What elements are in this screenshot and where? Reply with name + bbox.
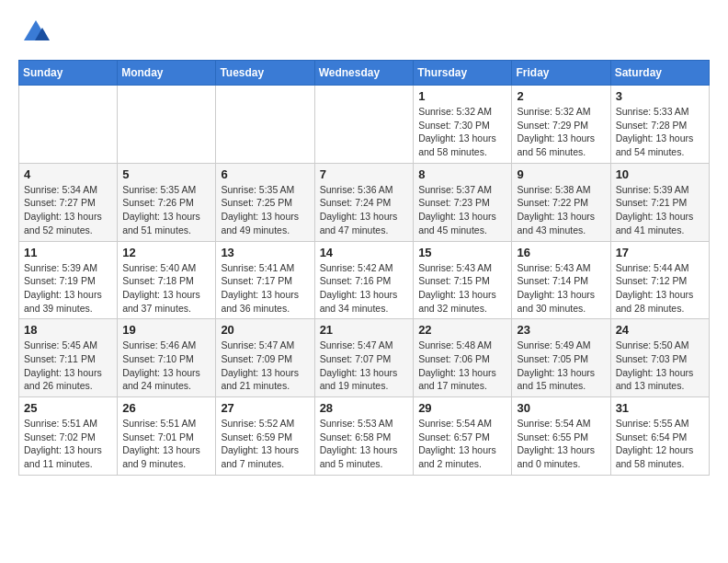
calendar-cell: 13Sunrise: 5:41 AMSunset: 7:17 PMDayligh…	[216, 241, 314, 319]
day-number: 6	[221, 167, 309, 181]
calendar-cell: 28Sunrise: 5:53 AMSunset: 6:58 PMDayligh…	[314, 397, 414, 476]
calendar-cell	[216, 86, 314, 164]
weekday-header-wednesday: Wednesday	[314, 61, 414, 86]
day-number: 12	[122, 246, 210, 259]
day-number: 18	[24, 323, 112, 337]
day-info: Sunrise: 5:53 AMSunset: 6:58 PMDaylight:…	[320, 417, 409, 471]
day-number: 15	[418, 246, 506, 259]
calendar-cell	[314, 86, 414, 164]
day-info: Sunrise: 5:39 AMSunset: 7:21 PMDaylight:…	[616, 183, 704, 237]
calendar-cell: 26Sunrise: 5:51 AMSunset: 7:01 PMDayligh…	[118, 397, 216, 476]
calendar-header: SundayMondayTuesdayWednesdayThursdayFrid…	[19, 61, 710, 86]
calendar-cell: 16Sunrise: 5:43 AMSunset: 7:14 PMDayligh…	[512, 241, 610, 319]
day-info: Sunrise: 5:47 AMSunset: 7:09 PMDaylight:…	[221, 339, 309, 393]
day-info: Sunrise: 5:32 AMSunset: 7:30 PMDaylight:…	[418, 105, 506, 159]
day-number: 17	[616, 246, 704, 259]
calendar-cell: 30Sunrise: 5:54 AMSunset: 6:55 PMDayligh…	[512, 397, 610, 476]
day-number: 13	[221, 246, 309, 259]
day-number: 11	[24, 246, 112, 259]
day-number: 2	[517, 89, 605, 103]
logo-icon	[22, 18, 50, 46]
calendar-cell: 29Sunrise: 5:54 AMSunset: 6:57 PMDayligh…	[414, 397, 512, 476]
day-info: Sunrise: 5:41 AMSunset: 7:17 PMDaylight:…	[221, 261, 309, 316]
calendar-cell: 1Sunrise: 5:32 AMSunset: 7:30 PMDaylight…	[414, 86, 512, 164]
day-number: 24	[616, 323, 704, 337]
weekday-header-sunday: Sunday	[19, 61, 118, 86]
calendar-cell: 22Sunrise: 5:48 AMSunset: 7:06 PMDayligh…	[414, 319, 512, 397]
calendar-body: 1Sunrise: 5:32 AMSunset: 7:30 PMDaylight…	[19, 86, 710, 476]
day-info: Sunrise: 5:51 AMSunset: 7:01 PMDaylight:…	[122, 417, 210, 471]
day-number: 20	[221, 323, 309, 337]
day-info: Sunrise: 5:37 AMSunset: 7:23 PMDaylight:…	[418, 183, 506, 237]
calendar-cell: 27Sunrise: 5:52 AMSunset: 6:59 PMDayligh…	[216, 397, 314, 476]
day-number: 29	[418, 401, 506, 415]
calendar-cell: 15Sunrise: 5:43 AMSunset: 7:15 PMDayligh…	[414, 241, 512, 319]
day-info: Sunrise: 5:52 AMSunset: 6:59 PMDaylight:…	[221, 417, 309, 471]
weekday-header-saturday: Saturday	[610, 61, 709, 86]
day-info: Sunrise: 5:36 AMSunset: 7:24 PMDaylight:…	[320, 183, 409, 237]
day-number: 31	[616, 401, 704, 415]
day-number: 19	[122, 323, 210, 337]
calendar-table: SundayMondayTuesdayWednesdayThursdayFrid…	[18, 60, 710, 476]
calendar-cell	[118, 86, 216, 164]
day-info: Sunrise: 5:42 AMSunset: 7:16 PMDaylight:…	[320, 261, 409, 316]
day-info: Sunrise: 5:49 AMSunset: 7:05 PMDaylight:…	[517, 339, 605, 393]
day-number: 5	[122, 167, 210, 181]
day-info: Sunrise: 5:32 AMSunset: 7:29 PMDaylight:…	[517, 105, 605, 159]
day-number: 3	[616, 89, 704, 103]
day-number: 7	[320, 167, 409, 181]
calendar-cell: 7Sunrise: 5:36 AMSunset: 7:24 PMDaylight…	[314, 163, 414, 241]
day-info: Sunrise: 5:54 AMSunset: 6:55 PMDaylight:…	[517, 417, 605, 471]
page-header	[18, 18, 710, 51]
day-number: 10	[616, 167, 704, 181]
weekday-header-thursday: Thursday	[414, 61, 512, 86]
day-info: Sunrise: 5:40 AMSunset: 7:18 PMDaylight:…	[122, 261, 210, 316]
calendar-cell: 9Sunrise: 5:38 AMSunset: 7:22 PMDaylight…	[512, 163, 610, 241]
day-number: 1	[418, 89, 506, 103]
day-info: Sunrise: 5:55 AMSunset: 6:54 PMDaylight:…	[616, 417, 704, 471]
calendar-cell: 11Sunrise: 5:39 AMSunset: 7:19 PMDayligh…	[19, 241, 118, 319]
day-number: 16	[517, 246, 605, 259]
calendar-cell: 2Sunrise: 5:32 AMSunset: 7:29 PMDaylight…	[512, 86, 610, 164]
day-number: 28	[320, 401, 409, 415]
weekday-header-friday: Friday	[512, 61, 610, 86]
day-number: 25	[24, 401, 112, 415]
day-info: Sunrise: 5:34 AMSunset: 7:27 PMDaylight:…	[24, 183, 112, 237]
day-info: Sunrise: 5:45 AMSunset: 7:11 PMDaylight:…	[24, 339, 112, 393]
day-info: Sunrise: 5:43 AMSunset: 7:15 PMDaylight:…	[418, 261, 506, 316]
day-number: 23	[517, 323, 605, 337]
calendar-cell: 5Sunrise: 5:35 AMSunset: 7:26 PMDaylight…	[118, 163, 216, 241]
day-number: 26	[122, 401, 210, 415]
calendar-week-2: 4Sunrise: 5:34 AMSunset: 7:27 PMDaylight…	[19, 163, 710, 241]
calendar-cell: 18Sunrise: 5:45 AMSunset: 7:11 PMDayligh…	[19, 319, 118, 397]
header-row: SundayMondayTuesdayWednesdayThursdayFrid…	[19, 61, 710, 86]
calendar-cell: 14Sunrise: 5:42 AMSunset: 7:16 PMDayligh…	[314, 241, 414, 319]
calendar-week-3: 11Sunrise: 5:39 AMSunset: 7:19 PMDayligh…	[19, 241, 710, 319]
weekday-header-monday: Monday	[118, 61, 216, 86]
calendar-cell: 4Sunrise: 5:34 AMSunset: 7:27 PMDaylight…	[19, 163, 118, 241]
calendar-cell	[19, 86, 118, 164]
day-number: 4	[24, 167, 112, 181]
day-number: 14	[320, 246, 409, 259]
calendar-cell: 8Sunrise: 5:37 AMSunset: 7:23 PMDaylight…	[414, 163, 512, 241]
calendar-cell: 17Sunrise: 5:44 AMSunset: 7:12 PMDayligh…	[610, 241, 709, 319]
day-number: 21	[320, 323, 409, 337]
day-info: Sunrise: 5:47 AMSunset: 7:07 PMDaylight:…	[320, 339, 409, 393]
day-info: Sunrise: 5:48 AMSunset: 7:06 PMDaylight:…	[418, 339, 506, 393]
calendar-cell: 10Sunrise: 5:39 AMSunset: 7:21 PMDayligh…	[610, 163, 709, 241]
day-info: Sunrise: 5:35 AMSunset: 7:26 PMDaylight:…	[122, 183, 210, 237]
calendar-week-4: 18Sunrise: 5:45 AMSunset: 7:11 PMDayligh…	[19, 319, 710, 397]
day-info: Sunrise: 5:43 AMSunset: 7:14 PMDaylight:…	[517, 261, 605, 316]
day-info: Sunrise: 5:54 AMSunset: 6:57 PMDaylight:…	[418, 417, 506, 471]
calendar-week-5: 25Sunrise: 5:51 AMSunset: 7:02 PMDayligh…	[19, 397, 710, 476]
calendar-cell: 6Sunrise: 5:35 AMSunset: 7:25 PMDaylight…	[216, 163, 314, 241]
day-number: 30	[517, 401, 605, 415]
day-number: 8	[418, 167, 506, 181]
logo	[18, 18, 50, 51]
calendar-cell: 3Sunrise: 5:33 AMSunset: 7:28 PMDaylight…	[610, 86, 709, 164]
day-number: 27	[221, 401, 309, 415]
day-info: Sunrise: 5:33 AMSunset: 7:28 PMDaylight:…	[616, 105, 704, 159]
calendar-cell: 24Sunrise: 5:50 AMSunset: 7:03 PMDayligh…	[610, 319, 709, 397]
calendar-week-1: 1Sunrise: 5:32 AMSunset: 7:30 PMDaylight…	[19, 86, 710, 164]
day-info: Sunrise: 5:38 AMSunset: 7:22 PMDaylight:…	[517, 183, 605, 237]
